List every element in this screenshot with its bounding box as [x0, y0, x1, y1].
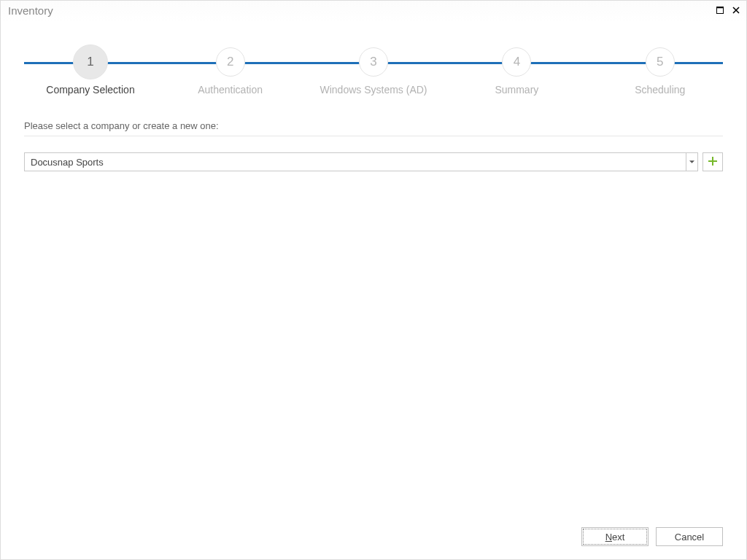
divider — [24, 136, 723, 136]
next-button[interactable]: Next — [581, 527, 649, 546]
window-controls — [714, 4, 742, 16]
step-5-number: 5 — [657, 55, 663, 69]
plus-icon — [708, 156, 718, 168]
maximize-icon[interactable] — [714, 4, 726, 16]
step-3-label: Windows Systems (AD) — [320, 84, 427, 96]
cancel-button-label: Cancel — [675, 532, 704, 542]
cancel-button[interactable]: Cancel — [656, 527, 723, 546]
company-row: Docusnap Sports — [24, 152, 723, 171]
chevron-down-icon[interactable] — [686, 153, 697, 171]
step-1-number: 1 — [87, 55, 93, 69]
next-button-rest: ext — [612, 532, 624, 542]
prompt-text: Please select a company or create a new … — [24, 120, 723, 131]
titlebar: Inventory — [1, 1, 746, 20]
window-title: Inventory — [8, 4, 714, 17]
company-select[interactable]: Docusnap Sports — [24, 152, 698, 171]
step-3-number: 3 — [370, 55, 376, 69]
step-1-label: Company Selection — [46, 84, 134, 96]
next-button-hotkey: N — [605, 532, 612, 542]
company-select-value: Docusnap Sports — [25, 153, 686, 171]
step-3-circle[interactable]: 3 — [359, 47, 388, 77]
step-4-label: Summary — [495, 84, 538, 96]
add-company-button[interactable] — [703, 152, 723, 171]
step-1-circle[interactable]: 1 — [73, 44, 108, 79]
step-4-number: 4 — [514, 55, 520, 69]
step-4-circle[interactable]: 4 — [502, 47, 531, 77]
stepper: 1 Company Selection 2 Authentication 3 W… — [24, 37, 723, 117]
step-5-circle[interactable]: 5 — [646, 47, 675, 77]
footer-buttons: Next Cancel — [24, 520, 723, 546]
step-2-label: Authentication — [198, 84, 263, 96]
inventory-wizard: Inventory 1 Company Selection 2 Authenti… — [0, 0, 747, 560]
close-icon[interactable] — [730, 4, 742, 16]
content: 1 Company Selection 2 Authentication 3 W… — [1, 20, 746, 559]
step-2-number: 2 — [227, 55, 233, 69]
step-5-label: Scheduling — [635, 84, 685, 96]
step-2-circle[interactable]: 2 — [216, 47, 245, 77]
spacer — [24, 171, 723, 520]
